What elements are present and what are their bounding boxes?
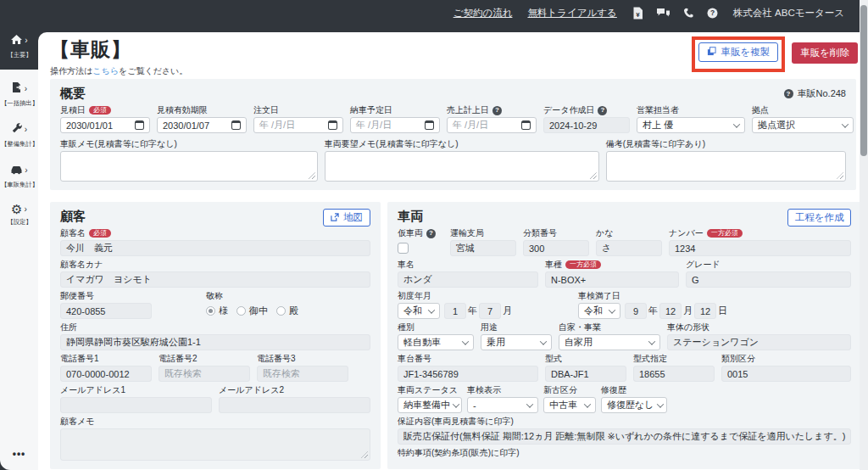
address-input[interactable]: 静岡県静岡市葵区駿府城公園1-1 [60, 334, 370, 350]
help-text: 操作方法はこちらをご覧ください。 [50, 65, 187, 77]
zip-input[interactable]: 420-0855 [60, 303, 152, 319]
field-order-date: 注文日 年 /月/日 [253, 105, 343, 133]
scrollbar-thumb[interactable] [860, 5, 867, 156]
remarks-textarea[interactable] [606, 151, 846, 182]
map-button[interactable]: 地図 [323, 209, 370, 227]
vehicle-request-memo-textarea[interactable] [325, 151, 599, 182]
phone1-input[interactable]: 070-0000-0012 [60, 366, 152, 382]
phone-icon[interactable] [683, 8, 694, 19]
phone3-input[interactable]: 既存検索 [257, 366, 348, 382]
chassis-no-input[interactable]: JF1-3456789 [398, 366, 538, 382]
radio-icon [236, 306, 246, 316]
help-link[interactable]: こちら [92, 66, 119, 76]
sales-record-date-input[interactable]: 年 /月/日 [447, 117, 537, 133]
field-phone2: 電話番号2 既存検索 [159, 354, 250, 382]
model-input[interactable]: N-BOX+ [545, 271, 679, 288]
inspection-display-select[interactable]: - [467, 397, 538, 413]
maker-input[interactable]: ホンダ [398, 271, 538, 288]
help-icon[interactable]: ? [707, 8, 718, 19]
overview-section: 概要 ?車販No.248 見積日必須 2030/01/01 見積有効期限 203… [50, 79, 856, 190]
email1-input[interactable] [60, 397, 212, 413]
required-badge: 必須 [89, 229, 111, 238]
invoice-icon[interactable]: ¥ [632, 7, 643, 20]
first-reg-era-select[interactable]: 令和 [398, 303, 440, 319]
class-category-no-input[interactable]: 0015 [721, 366, 851, 382]
order-date-input[interactable]: 年 /月/日 [253, 117, 343, 133]
free-trial-link[interactable]: 無料トライアルする [527, 7, 616, 20]
duplicate-sale-button[interactable]: 車販を複製 [698, 42, 778, 62]
sidebar-item-batch-extract[interactable]: › 【一括抽出】 [0, 81, 40, 108]
sidebar-item-sales-summary[interactable]: › 【車販集計】 [0, 163, 40, 189]
honorific-radio-dono[interactable]: 殿 [276, 305, 298, 317]
help-circle-icon[interactable]: ? [426, 229, 436, 238]
plate-kana-input[interactable]: さ [596, 240, 662, 256]
base-select[interactable]: 拠点選択 [752, 117, 854, 133]
sidebar-item-label: 【整備集計】 [0, 139, 37, 148]
estimate-expiry-input[interactable]: 2030/01/07 [157, 117, 247, 133]
chevron-down-icon [453, 400, 459, 407]
field-category: 種別 軽自動車 [398, 322, 474, 350]
customer-memo-textarea[interactable] [60, 428, 370, 461]
calendar-icon [425, 120, 434, 130]
temp-vehicle-checkbox[interactable] [398, 243, 409, 254]
phone2-input[interactable]: 既存検索 [159, 366, 250, 382]
sidebar-item-maintenance-summary[interactable]: › 【整備集計】 [0, 122, 40, 148]
either-required-badge: 一方必須 [707, 229, 743, 238]
inspection-era-select[interactable]: 令和 [578, 303, 620, 319]
sidebar-item-label: 【設定】 [7, 217, 31, 226]
delivery-date-input[interactable]: 年 /月/日 [350, 117, 440, 133]
class-number-input[interactable]: 300 [523, 240, 589, 256]
email2-input[interactable] [219, 397, 370, 413]
field-sale-memo: 車販メモ(見積書等に印字なし) [60, 139, 318, 182]
field-plate-kana: かな さ [596, 228, 662, 256]
usage-select[interactable]: 乗用 [481, 334, 552, 350]
company-name[interactable]: 株式会社 ABCモータース [733, 7, 844, 20]
customer-name-input[interactable]: 今川 義元 [60, 240, 370, 256]
customer-kana-input[interactable]: イマガワ ヨシモト [60, 271, 370, 288]
field-model-spec-no: 型式指定 18655 [633, 354, 715, 382]
inspection-day-input[interactable]: 12 [694, 303, 716, 319]
first-reg-year-input[interactable]: 1 [444, 303, 466, 319]
help-circle-icon[interactable]: ? [784, 89, 793, 98]
sidebar-more-button[interactable]: ••• [13, 448, 26, 460]
inspection-year-input[interactable]: 9 [625, 303, 647, 319]
category-select[interactable]: 軽自動車 [398, 334, 474, 350]
field-honorific: 敬称 様 御中 殿 [206, 291, 298, 319]
delete-sale-button[interactable]: 車販を削除 [792, 42, 858, 64]
help-circle-icon[interactable]: ? [492, 106, 502, 115]
field-repair-history: 修復歴 修復歴なし [601, 385, 667, 413]
help-circle-icon[interactable]: ? [598, 106, 607, 115]
scrollbar-track[interactable] [860, 0, 868, 470]
model-code-input[interactable]: DBA-JF1 [545, 366, 626, 382]
field-estimate-expiry: 見積有効期限 2030/01/07 [157, 105, 247, 133]
sale-memo-textarea[interactable] [60, 151, 318, 182]
sales-rep-select[interactable]: 村上 優 [637, 117, 745, 133]
sidebar-item-settings[interactable]: ⚙ › 【設定】 [6, 204, 33, 227]
sidebar: › 【主要】 › 【一括抽出】 › [0, 25, 38, 470]
field-customer-name: 顧客名必須 今川 義元 [60, 228, 370, 256]
warranty-input[interactable]: 販売店保証付(無料保証 期間:12ヵ月 距離:無制限 ※いずれかの条件に達するま… [398, 428, 851, 445]
honorific-radio-sama[interactable]: 様 [206, 305, 228, 317]
chat-icon[interactable] [656, 8, 670, 18]
inspection-month-input[interactable]: 12 [659, 303, 682, 319]
create-process-button[interactable]: 工程を作成 [787, 209, 852, 227]
vehicle-status-select[interactable]: 納車整備中 [398, 397, 462, 413]
own-business-select[interactable]: 自家用 [559, 334, 660, 350]
sidebar-item-main[interactable]: › 【主要】 [0, 25, 38, 70]
body-shape-input[interactable]: ステーションワゴン [667, 334, 851, 350]
radio-icon [276, 306, 286, 316]
day-unit: 日 [718, 305, 727, 317]
field-transport-bureau: 運輸支局 宮城 [450, 228, 516, 256]
field-phone1: 電話番号1 070-0000-0012 [60, 354, 152, 382]
transport-bureau-input[interactable]: 宮城 [450, 240, 516, 256]
estimate-date-input[interactable]: 2030/01/01 [60, 117, 150, 133]
contract-flow-link[interactable]: ご契約の流れ [453, 7, 513, 20]
first-reg-month-input[interactable]: 7 [479, 303, 501, 319]
honorific-radio-onchu[interactable]: 御中 [236, 305, 268, 317]
repair-history-select[interactable]: 修復歴なし [601, 397, 667, 413]
grade-input[interactable]: G [686, 271, 851, 288]
field-customer-memo: 顧客メモ [60, 417, 370, 461]
new-used-select[interactable]: 中古車 [543, 397, 596, 413]
plate-number-input[interactable]: 1234 [669, 240, 851, 256]
model-spec-no-input[interactable]: 18655 [633, 366, 715, 382]
